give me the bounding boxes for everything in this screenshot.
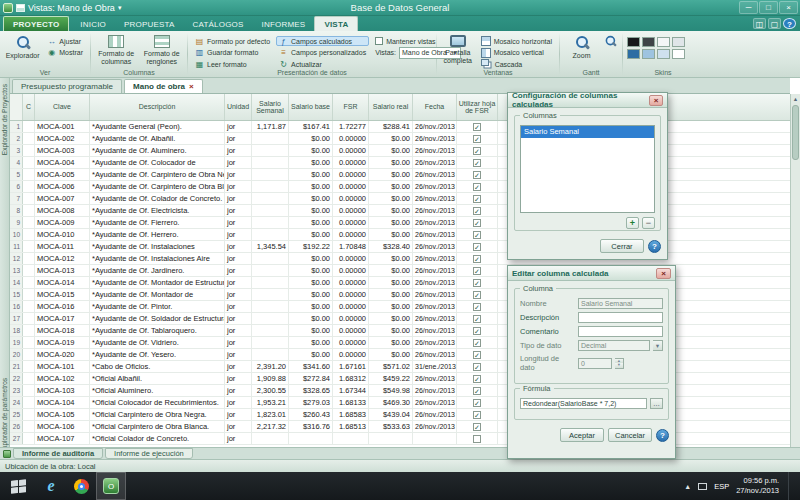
sidebar-item-explorador-proyectos[interactable]: Explorador de Proyectos <box>1 84 8 155</box>
cell-utilizar-fsr[interactable]: ✓ <box>457 313 498 324</box>
language-indicator[interactable]: ESP <box>714 482 729 491</box>
row-number[interactable]: 15 <box>10 289 23 300</box>
cell-salario-semanal[interactable] <box>252 289 289 300</box>
skin-swatch[interactable] <box>657 49 670 59</box>
mostrar-button[interactable]: ◉ Mostrar <box>44 48 86 58</box>
cell-descripcion[interactable]: *Ayudante de Of. Colador de Concreto. <box>90 193 225 204</box>
table-row[interactable]: 2MOCA-002*Ayudante de Of. Albañil.jor$0.… <box>10 133 790 145</box>
cell-clave[interactable]: MOCA-012 <box>35 253 90 264</box>
dialog-title-bar[interactable]: Editar columna calculada × <box>508 266 675 281</box>
cell-c[interactable] <box>23 169 35 180</box>
cell-descripcion[interactable]: *Oficial Aluminero. <box>90 385 225 396</box>
cell-salario-semanal[interactable] <box>252 229 289 240</box>
row-number[interactable]: 23 <box>10 385 23 396</box>
fsr-checkbox[interactable]: ✓ <box>473 291 481 299</box>
cell-utilizar-fsr[interactable]: ✓ <box>457 193 498 204</box>
row-number[interactable]: 8 <box>10 205 23 216</box>
skin-swatch[interactable] <box>627 37 640 47</box>
cell-clave[interactable]: MOCA-014 <box>35 277 90 288</box>
cell-clave[interactable]: MOCA-002 <box>35 133 90 144</box>
cell-salario-base[interactable]: $0.00 <box>289 181 333 192</box>
dialog-title-bar[interactable]: Configuración de columnas calculadas × <box>508 93 667 108</box>
fsr-checkbox[interactable]: ✓ <box>473 135 481 143</box>
cell-salario-base[interactable]: $0.00 <box>289 193 333 204</box>
header-fsr[interactable]: FSR <box>333 94 369 120</box>
table-row[interactable]: 10MOCA-010*Ayudante de Of. Herrero.jor$0… <box>10 229 790 241</box>
tab-informes[interactable]: INFORMES <box>253 17 315 31</box>
window-style-icon-2[interactable]: ▢ <box>768 18 781 29</box>
cell-unidad[interactable]: jor <box>225 217 252 228</box>
cell-utilizar-fsr[interactable]: ✓ <box>457 265 498 276</box>
cell-salario-semanal[interactable] <box>252 217 289 228</box>
tab-informe-ejecucion[interactable]: Informe de ejecución <box>105 448 193 459</box>
cell-fsr[interactable]: 0.00000 <box>333 193 369 204</box>
help-icon[interactable]: ? <box>783 18 796 29</box>
explorador-button[interactable]: Explorador <box>4 33 41 67</box>
doc-tab-presupuesto[interactable]: Presupuesto programable <box>12 79 122 93</box>
cell-clave[interactable]: MOCA-106 <box>35 421 90 432</box>
cell-salario-real[interactable]: $0.00 <box>369 301 413 312</box>
fsr-checkbox[interactable]: ✓ <box>473 123 481 131</box>
cell-clave[interactable]: MOCA-009 <box>35 217 90 228</box>
cell-fecha[interactable]: 26/nov./2013 <box>413 337 457 348</box>
cell-salario-semanal[interactable] <box>252 205 289 216</box>
cell-salario-base[interactable]: $0.00 <box>289 313 333 324</box>
tab-inicio[interactable]: INICIO <box>71 17 115 31</box>
cell-salario-base[interactable]: $0.00 <box>289 301 333 312</box>
cell-fsr[interactable]: 1.68312 <box>333 373 369 384</box>
cell-fsr[interactable]: 0.00000 <box>333 181 369 192</box>
cell-c[interactable] <box>23 301 35 312</box>
cell-salario-real[interactable]: $0.00 <box>369 289 413 300</box>
cell-salario-base[interactable]: $260.43 <box>289 409 333 420</box>
cell-c[interactable] <box>23 349 35 360</box>
row-number[interactable]: 21 <box>10 361 23 372</box>
row-number[interactable]: 9 <box>10 217 23 228</box>
cell-descripcion[interactable]: *Ayudante de Of. Carpintero de Obra Blan… <box>90 181 225 192</box>
cell-salario-semanal[interactable]: 1,823.01 <box>252 409 289 420</box>
cell-utilizar-fsr[interactable]: ✓ <box>457 349 498 360</box>
cell-salario-semanal[interactable] <box>252 193 289 204</box>
cell-fecha[interactable]: 26/nov./2013 <box>413 301 457 312</box>
cell-utilizar-fsr[interactable] <box>457 433 498 444</box>
cell-clave[interactable]: MOCA-102 <box>35 373 90 384</box>
cell-fsr[interactable]: 1.70848 <box>333 241 369 252</box>
table-row[interactable]: 3MOCA-003*Ayudante de Of. Aluminero.jor$… <box>10 145 790 157</box>
cell-c[interactable] <box>23 325 35 336</box>
cell-unidad[interactable]: jor <box>225 181 252 192</box>
table-row[interactable]: 9MOCA-009*Ayudante de Of. Fierrero.jor$0… <box>10 217 790 229</box>
cell-utilizar-fsr[interactable]: ✓ <box>457 121 498 132</box>
fsr-checkbox[interactable]: ✓ <box>473 423 481 431</box>
cell-fecha[interactable] <box>413 433 457 444</box>
cell-fecha[interactable]: 26/nov./2013 <box>413 253 457 264</box>
cell-descripcion[interactable]: *Ayudante de Of. Montador de <box>90 289 225 300</box>
cell-salario-semanal[interactable]: 1,953.21 <box>252 397 289 408</box>
guardar-formato-button[interactable]: ▥ Guardar formato <box>192 48 273 58</box>
cell-unidad[interactable]: jor <box>225 361 252 372</box>
cell-clave[interactable]: MOCA-007 <box>35 193 90 204</box>
cell-fsr[interactable]: 0.00000 <box>333 313 369 324</box>
row-number[interactable]: 22 <box>10 373 23 384</box>
cell-unidad[interactable]: jor <box>225 265 252 276</box>
cell-salario-semanal[interactable] <box>252 301 289 312</box>
fsr-checkbox[interactable]: ✓ <box>473 315 481 323</box>
cell-fsr[interactable]: 0.00000 <box>333 349 369 360</box>
scrollbar-thumb[interactable] <box>792 105 799 160</box>
cell-descripcion[interactable]: *Ayudante de Of. Pintor. <box>90 301 225 312</box>
cell-c[interactable] <box>23 265 35 276</box>
maximize-button[interactable]: □ <box>759 1 778 14</box>
cell-fecha[interactable]: 26/nov./2013 <box>413 181 457 192</box>
cell-unidad[interactable]: jor <box>225 121 252 132</box>
cell-salario-semanal[interactable] <box>252 277 289 288</box>
cell-unidad[interactable]: jor <box>225 145 252 156</box>
cell-clave[interactable]: MOCA-020 <box>35 349 90 360</box>
cell-salario-base[interactable]: $167.41 <box>289 121 333 132</box>
mosaico-vertical-button[interactable]: Mosaico vertical <box>478 48 555 58</box>
cell-c[interactable] <box>23 133 35 144</box>
cell-descripcion[interactable]: *Ayudante de Of. Carpintero de Obra Negr… <box>90 169 225 180</box>
chevron-down-icon[interactable]: ▼ <box>653 340 663 351</box>
cell-salario-real[interactable] <box>369 433 413 444</box>
cell-unidad[interactable]: jor <box>225 397 252 408</box>
cell-fsr[interactable]: 0.00000 <box>333 289 369 300</box>
cell-utilizar-fsr[interactable]: ✓ <box>457 253 498 264</box>
cell-utilizar-fsr[interactable]: ✓ <box>457 229 498 240</box>
